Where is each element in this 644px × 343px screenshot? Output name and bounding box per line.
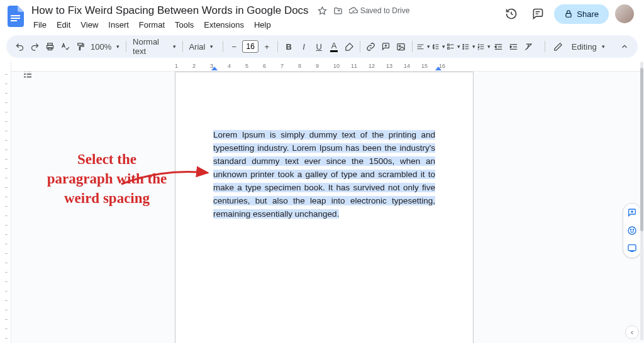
share-button[interactable]: Share (554, 4, 609, 24)
zoom-select[interactable]: 100% (88, 42, 122, 52)
add-emoji-icon[interactable] (626, 225, 638, 236)
separator (182, 41, 183, 52)
text-color-button[interactable]: A (327, 38, 341, 55)
horizontal-ruler[interactable]: 12345678910111213141516 (11, 62, 644, 72)
document-page[interactable]: Lorem Ipsum is simply dummy text of the … (175, 72, 474, 343)
separator (277, 41, 278, 52)
insert-link-button[interactable] (364, 38, 378, 55)
svg-rect-0 (11, 15, 20, 16)
svg-point-11 (463, 44, 464, 45)
bullet-list-button[interactable] (462, 38, 475, 55)
line-spacing-button[interactable] (431, 38, 445, 55)
font-select[interactable]: Arial (186, 42, 219, 52)
numbered-list-button[interactable] (477, 38, 491, 55)
svg-point-16 (633, 229, 633, 230)
vertical-scrollbar[interactable] (640, 62, 643, 340)
ruler-mark: 8 (298, 63, 301, 69)
svg-point-14 (628, 227, 636, 234)
add-comment-icon[interactable] (626, 207, 638, 219)
ruler-mark: 14 (404, 63, 410, 69)
font-size-input[interactable] (242, 40, 258, 53)
menu-insert[interactable]: Insert (104, 19, 133, 31)
share-label: Share (577, 9, 599, 19)
ruler-mark: 11 (351, 63, 357, 69)
ruler-mark: 12 (369, 63, 375, 69)
insert-comment-button[interactable] (379, 38, 393, 55)
italic-button[interactable]: I (297, 38, 311, 55)
checklist-button[interactable] (447, 38, 460, 55)
spellcheck-button[interactable] (58, 38, 72, 55)
ruler-mark: 4 (228, 63, 231, 69)
paint-format-button[interactable] (73, 38, 87, 55)
svg-rect-10 (447, 47, 449, 49)
docs-logo-icon[interactable] (6, 4, 25, 29)
separator (545, 41, 545, 52)
star-icon[interactable] (318, 6, 327, 16)
tutorial-annotation: Select the paragraph with the weird spac… (44, 150, 170, 208)
separator (223, 41, 223, 52)
menu-edit[interactable]: Edit (52, 19, 75, 31)
ruler-mark: 9 (316, 63, 319, 69)
svg-point-15 (630, 229, 631, 230)
decrease-font-button[interactable]: − (227, 38, 241, 55)
undo-button[interactable] (13, 38, 26, 55)
ruler-mark: 1 (175, 63, 178, 69)
ruler-mark: 6 (263, 63, 266, 69)
increase-indent-button[interactable] (507, 38, 521, 55)
increase-font-button[interactable]: + (260, 38, 274, 55)
menubar: File Edit View Insert Format Tools Exten… (29, 19, 409, 31)
svg-point-12 (463, 46, 464, 47)
ruler-mark: 16 (439, 63, 445, 69)
history-icon[interactable] (501, 4, 521, 24)
move-folder-icon[interactable] (333, 6, 343, 16)
ruler-mark: 10 (333, 63, 340, 69)
svg-rect-3 (566, 13, 571, 17)
underline-button[interactable]: U (312, 38, 326, 55)
suggest-edits-icon[interactable] (626, 242, 638, 254)
separator (412, 41, 413, 52)
separator (126, 41, 126, 52)
vertical-ruler (0, 62, 11, 343)
svg-rect-9 (447, 44, 449, 46)
menu-file[interactable]: File (29, 19, 51, 31)
scrollbar-thumb[interactable] (640, 68, 643, 231)
redo-button[interactable] (28, 38, 42, 55)
floating-action-menu (623, 203, 641, 258)
svg-rect-2 (11, 20, 17, 21)
comments-icon[interactable] (528, 4, 548, 24)
toolbar: 100% Normal text Arial − + B I U A Editi… (6, 35, 638, 58)
print-button[interactable] (43, 38, 57, 55)
ruler-mark: 7 (280, 63, 284, 69)
ruler-mark: 13 (386, 63, 392, 69)
highlight-button[interactable] (342, 38, 356, 55)
document-paragraph[interactable]: Lorem Ipsum is simply dummy text of the … (213, 129, 435, 220)
svg-rect-7 (397, 43, 404, 50)
bold-button[interactable]: B (282, 38, 296, 55)
ruler-mark: 15 (421, 63, 428, 69)
menu-view[interactable]: View (76, 19, 103, 31)
svg-rect-1 (11, 18, 20, 19)
editing-mode-select[interactable]: Editing (569, 42, 608, 52)
insert-image-button[interactable] (394, 38, 408, 55)
svg-rect-17 (628, 245, 636, 251)
menu-extensions[interactable]: Extensions (199, 19, 248, 31)
svg-point-13 (463, 48, 464, 49)
clear-format-button[interactable] (522, 38, 536, 55)
menu-tools[interactable]: Tools (170, 19, 198, 31)
collapse-toolbar-button[interactable] (618, 38, 631, 55)
explore-button[interactable]: ‹ (625, 325, 639, 339)
lock-icon (564, 9, 573, 18)
save-status[interactable]: Saved to Drive (349, 6, 410, 15)
decrease-indent-button[interactable] (492, 38, 506, 55)
align-button[interactable] (416, 38, 430, 55)
document-title[interactable]: How to Fix Weird Spacing Between Words i… (29, 4, 311, 18)
account-avatar[interactable] (615, 4, 634, 23)
ruler-mark: 2 (192, 63, 196, 69)
paragraph-style-select[interactable]: Normal text (130, 37, 178, 56)
svg-point-8 (399, 45, 401, 47)
ruler-mark: 3 (210, 63, 213, 69)
menu-format[interactable]: Format (135, 19, 169, 31)
ruler-mark: 5 (245, 63, 248, 69)
pencil-icon (552, 38, 565, 55)
menu-help[interactable]: Help (250, 19, 275, 31)
